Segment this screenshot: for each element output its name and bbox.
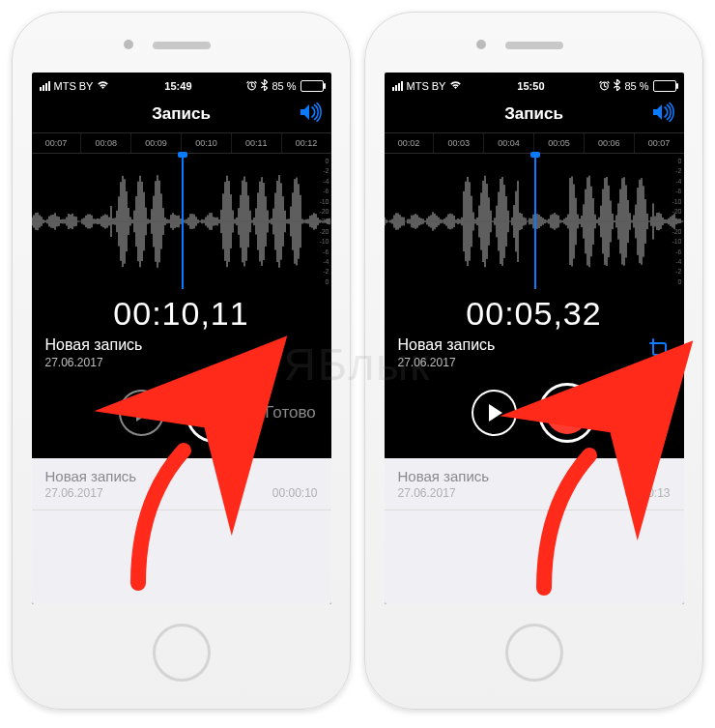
clock: 15:49: [109, 80, 246, 92]
list-item-date: 27.06.2017: [398, 486, 490, 500]
alarm-icon: [246, 80, 257, 93]
battery-icon: [653, 80, 676, 92]
speaker-output-icon[interactable]: [299, 102, 322, 127]
nav-title: Запись: [504, 104, 563, 124]
timeline-tick: 00:06: [585, 133, 635, 153]
front-camera: [124, 40, 133, 49]
play-button[interactable]: [472, 390, 517, 436]
nav-bar: Запись: [32, 96, 331, 132]
timeline-tick: 00:04: [484, 133, 534, 153]
recording-meta: Новая запись 27.06.2017: [32, 336, 331, 375]
signal-icon: [392, 81, 403, 91]
record-button[interactable]: [538, 383, 597, 443]
carrier-label: MTS BY: [54, 80, 94, 92]
bluetooth-icon: [261, 79, 268, 93]
control-bar: Готово: [32, 375, 331, 458]
iphone-device: MTS BY 15:50 85 %: [364, 12, 703, 710]
speaker-output-icon[interactable]: [651, 102, 674, 127]
nav-bar: Запись: [385, 96, 684, 132]
device-screen: MTS BY 15:50 85 %: [385, 73, 684, 604]
db-scale: 0-2-4-6-10-20-30-20-10-6-4-20: [312, 158, 329, 285]
carrier-label: MTS BY: [407, 80, 446, 92]
timeline-tick: 00:02: [385, 133, 435, 153]
recording-date: 27.06.2017: [398, 356, 671, 369]
recordings-list[interactable]: Новая запись27.06.201700:00:10: [32, 458, 331, 604]
front-camera: [476, 40, 486, 49]
battery-icon: [300, 80, 324, 92]
wifi-icon: [97, 79, 109, 93]
timeline-tick: 00:03: [434, 133, 484, 153]
recording-list-item[interactable]: Новая запись27.06.201700:00:13: [385, 458, 684, 510]
done-button[interactable]: Готово: [617, 403, 683, 422]
device-screen: MTS BY 15:49 85 %: [32, 73, 331, 604]
list-item-duration: 00:00:13: [625, 486, 671, 500]
record-button[interactable]: [186, 383, 244, 443]
play-button[interactable]: [119, 390, 164, 436]
home-button[interactable]: [505, 624, 563, 682]
db-scale: 0-2-4-6-10-20-30-20-10-6-4-20: [665, 158, 682, 285]
playhead-indicator: [182, 154, 184, 289]
done-button[interactable]: Готово: [265, 403, 330, 422]
status-bar: MTS BY 15:49 85 %: [32, 73, 331, 96]
timeline-tick: 00:05: [534, 133, 585, 153]
waveform-display[interactable]: 0-2-4-6-10-20-30-20-10-6-4-20: [385, 154, 684, 289]
control-bar: Готово: [385, 375, 684, 458]
timeline-tick: 00:07: [635, 133, 684, 153]
trim-icon[interactable]: [649, 338, 671, 364]
iphone-device: MTS BY 15:49 85 %: [12, 12, 351, 710]
recording-meta: Новая запись 27.06.2017: [385, 336, 684, 375]
timeline-tick: 00:09: [131, 133, 182, 153]
recording-title[interactable]: Новая запись: [45, 336, 318, 354]
timeline-ruler[interactable]: 00:0700:0800:0900:1000:1100:12: [32, 132, 331, 154]
signal-icon: [40, 81, 50, 91]
home-button[interactable]: [153, 624, 211, 682]
timeline-tick: 00:11: [232, 133, 282, 153]
timeline-tick: 00:12: [282, 133, 331, 153]
elapsed-time: 00:05,32: [385, 289, 684, 336]
earpiece-speaker: [153, 42, 211, 49]
timeline-ruler[interactable]: 00:0200:0300:0400:0500:0600:07: [385, 132, 684, 154]
recordings-list[interactable]: Новая запись27.06.201700:00:13: [385, 458, 684, 604]
bluetooth-icon: [614, 79, 620, 93]
alarm-icon: [599, 80, 610, 93]
list-item-duration: 00:00:10: [272, 486, 318, 500]
playhead-indicator: [534, 154, 536, 289]
recording-list-item[interactable]: Новая запись27.06.201700:00:10: [32, 458, 331, 510]
timeline-tick: 00:08: [81, 133, 131, 153]
clock: 15:50: [462, 80, 599, 92]
elapsed-time: 00:10,11: [32, 289, 331, 336]
battery-pct: 85 %: [624, 80, 648, 92]
nav-title: Запись: [152, 104, 211, 124]
earpiece-speaker: [505, 42, 563, 49]
wifi-icon: [449, 79, 462, 93]
status-bar: MTS BY 15:50 85 %: [385, 73, 684, 96]
battery-pct: 85 %: [272, 80, 296, 92]
stop-icon: [204, 402, 225, 423]
waveform-display[interactable]: 0-2-4-6-10-20-30-20-10-6-4-20: [32, 154, 331, 289]
timeline-tick: 00:07: [32, 133, 82, 153]
recording-date: 27.06.2017: [45, 356, 318, 369]
recording-title[interactable]: Новая запись: [398, 336, 671, 354]
list-item-date: 27.06.2017: [45, 486, 137, 500]
timeline-tick: 00:10: [182, 133, 232, 153]
comparison-stage: ЯБлык MTS BY 15:49: [0, 0, 715, 728]
list-item-title: Новая запись: [45, 468, 137, 484]
record-icon: [546, 392, 588, 434]
list-item-title: Новая запись: [398, 468, 490, 484]
